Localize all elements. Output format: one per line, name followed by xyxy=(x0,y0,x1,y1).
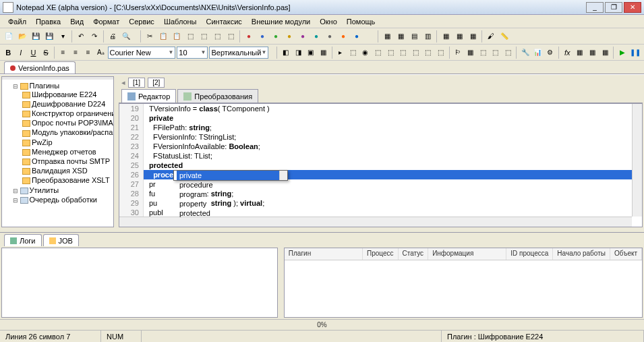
color-icon[interactable]: ● xyxy=(283,30,295,42)
align-left-icon[interactable]: ≡ xyxy=(57,47,69,59)
tab-job[interactable]: JOB xyxy=(43,234,79,246)
autocomplete-item[interactable]: program xyxy=(177,190,285,199)
tool-icon[interactable]: ▦ xyxy=(587,47,598,59)
editor-scrollbar-v[interactable] xyxy=(632,104,642,217)
grid-icon[interactable]: ▦ xyxy=(467,30,479,42)
code-line[interactable]: 21 FFilePath: string; xyxy=(119,123,642,132)
code-line[interactable]: 32 de xyxy=(119,227,642,227)
tool-icon[interactable]: ⬚ xyxy=(397,47,409,59)
menu-window[interactable]: Окно xyxy=(316,16,341,27)
tool-icon[interactable]: ⬚ xyxy=(477,47,489,59)
menu-edit[interactable]: Правка xyxy=(32,16,65,27)
tree-root-queue[interactable]: Очередь обработки xyxy=(13,195,112,204)
panel-icon[interactable]: ▤ xyxy=(408,30,420,42)
tool-icon[interactable]: ▦ xyxy=(599,47,611,59)
align-right-icon[interactable]: ≡ xyxy=(82,47,94,59)
tree-item[interactable]: Отправка почты SMTP xyxy=(22,156,112,166)
tree-root-plugins[interactable]: Плагины Шифрование E224Дешифрование D224… xyxy=(13,81,112,186)
tree-item[interactable]: Дешифрование D224 xyxy=(22,99,112,109)
tool-icon[interactable]: ⬚ xyxy=(435,47,446,59)
tool-icon[interactable]: ⬚ xyxy=(385,47,397,59)
tool-icon[interactable]: ⬚ xyxy=(211,30,223,42)
color-icon[interactable]: ● xyxy=(297,30,309,42)
paste-icon[interactable]: 📋 xyxy=(171,30,183,42)
strike-icon[interactable]: S xyxy=(40,47,52,59)
underline-icon[interactable]: U xyxy=(28,47,39,59)
tool-icon[interactable]: ⬚ xyxy=(347,47,359,59)
menu-syntax[interactable]: Синтаксис xyxy=(202,16,246,27)
color-icon[interactable]: ● xyxy=(351,30,363,42)
minimize-button[interactable]: _ xyxy=(586,2,604,13)
panel-icon[interactable]: ▥ xyxy=(421,30,434,42)
code-line[interactable]: 20private xyxy=(119,113,642,123)
tree-item[interactable]: Валидация XSD xyxy=(22,166,112,175)
log-pane[interactable] xyxy=(1,248,278,318)
redo-icon[interactable]: ↷ xyxy=(88,30,100,42)
saveall-icon[interactable]: 💾 xyxy=(43,30,55,42)
tool-icon[interactable]: ◧ xyxy=(280,47,291,59)
save-icon[interactable]: 💾 xyxy=(30,30,42,42)
code-line[interactable]: 23 FVersionInfoAvailable: Boolean; xyxy=(119,142,642,151)
tree-root-utils[interactable]: Утилиты xyxy=(13,186,112,195)
color-icon[interactable]: ● xyxy=(256,30,268,42)
color-icon[interactable]: ● xyxy=(337,30,349,42)
job-body[interactable] xyxy=(285,260,642,317)
cut-icon[interactable]: ✂ xyxy=(144,30,156,42)
tool-icon[interactable]: ▦ xyxy=(465,47,476,59)
play-icon[interactable]: ▶ xyxy=(616,47,628,59)
tool-icon[interactable]: 📊 xyxy=(532,47,544,59)
col-start[interactable]: Начало работы xyxy=(553,248,610,260)
tool-icon[interactable]: ◨ xyxy=(293,47,304,59)
col-plugin[interactable]: Плагин xyxy=(285,248,363,260)
menu-format[interactable]: Формат xyxy=(89,16,123,27)
undo-icon[interactable]: ↶ xyxy=(75,30,87,42)
file-tab[interactable]: VersionInfo.pas xyxy=(4,61,76,74)
font-combo[interactable]: Courier New▼ xyxy=(108,47,176,59)
pause-icon[interactable]: ❚❚ xyxy=(629,47,641,59)
size-combo[interactable]: 10▼ xyxy=(177,47,208,59)
tool-icon[interactable]: ⬚ xyxy=(225,30,237,42)
col-status[interactable]: Статус xyxy=(399,248,429,260)
splitter-bottom[interactable] xyxy=(279,246,283,319)
ruler-icon[interactable]: 📏 xyxy=(498,30,510,42)
font-icon[interactable]: Aₐ xyxy=(95,47,107,59)
tool-icon[interactable]: ▣ xyxy=(305,47,316,59)
panel-icon[interactable]: ▦ xyxy=(381,30,393,42)
preview-icon[interactable]: 🔍 xyxy=(120,30,132,42)
tool-icon[interactable]: ⬚ xyxy=(372,47,384,59)
code-line[interactable]: 19TVersionInfo = class( TComponent ) xyxy=(119,104,642,113)
tab-transform[interactable]: Преобразования xyxy=(177,89,258,103)
tree-item[interactable]: Преобразование XSLT xyxy=(22,175,112,185)
menu-service[interactable]: Сервис xyxy=(125,16,158,27)
tool-icon[interactable]: 🔧 xyxy=(519,47,531,59)
grid-icon[interactable]: ▦ xyxy=(440,30,452,42)
tool-icon[interactable]: ▸ xyxy=(334,47,346,59)
grid-icon[interactable]: ▦ xyxy=(453,30,465,42)
tree-item[interactable]: Конструктор ограничений xyxy=(22,109,112,118)
tool-icon[interactable]: ▦ xyxy=(575,47,586,59)
dropdown-icon[interactable]: ▾ xyxy=(57,30,69,42)
tool-icon[interactable]: 🏳 xyxy=(452,47,464,59)
tab-logs[interactable]: Логи xyxy=(4,234,42,246)
menu-help[interactable]: Помощь xyxy=(343,16,380,27)
col-process[interactable]: Процесс xyxy=(363,248,399,260)
tree-item[interactable]: Модуль упаковки/распаковки xyxy=(22,127,112,137)
tool-icon[interactable]: ⬚ xyxy=(184,30,196,42)
tool-icon[interactable]: ⚙ xyxy=(545,47,556,59)
tree-item[interactable]: Опрос почты POP3\IMAP4 xyxy=(22,118,112,127)
code-line[interactable]: 22 FVersionInfo: TStringList; xyxy=(119,132,642,142)
autocomplete-item[interactable]: procedure xyxy=(177,180,285,190)
tool-icon[interactable]: ⬚ xyxy=(423,47,434,59)
orient-combo[interactable]: Вертикальный▼ xyxy=(209,47,268,59)
panel-icon[interactable]: ▦ xyxy=(394,30,407,42)
copy-icon[interactable]: 📋 xyxy=(157,30,169,42)
tree-item[interactable]: Менеджер отчетов xyxy=(22,147,112,156)
menu-external[interactable]: Внешние модули xyxy=(247,16,314,27)
col-info[interactable]: Информация xyxy=(428,248,506,260)
menu-file[interactable]: Файл xyxy=(4,16,30,27)
brush-icon[interactable]: 🖌 xyxy=(485,30,497,42)
autocomplete-scrollbar[interactable] xyxy=(279,171,287,180)
open-icon[interactable]: 📂 xyxy=(16,30,28,42)
menu-templates[interactable]: Шаблоны xyxy=(160,16,201,27)
tree-item[interactable]: Шифрование E224 xyxy=(22,90,112,99)
